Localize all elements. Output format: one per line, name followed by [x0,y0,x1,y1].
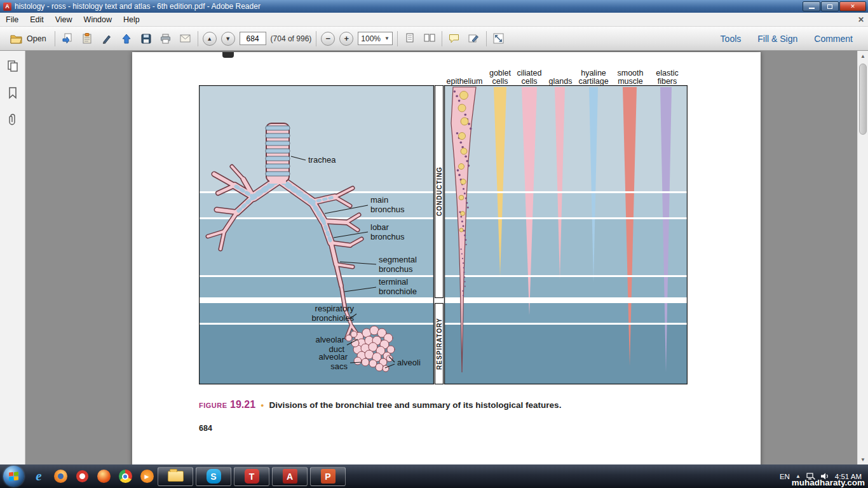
header-goblet-cells: goblet cells [489,69,511,87]
toolbar-separator [316,31,316,46]
zoom-level-select[interactable]: 100% ▼ [358,32,393,45]
highlighter-icon [468,34,479,43]
scroll-up-button[interactable]: ▲ [858,51,868,61]
label-main-bronchus-1: main [370,195,388,205]
menu-edit[interactable]: Edit [24,15,50,24]
sign-pen-icon [102,34,112,44]
label-trachea: trachea [308,155,336,165]
close-icon: ✕ [850,3,855,10]
network-icon[interactable] [806,473,815,480]
menubar-close-icon[interactable]: ✕ [858,15,864,24]
printer-icon [160,34,171,44]
minimize-button[interactable] [803,1,820,11]
page-folio-number: 684 [199,424,212,433]
menu-window[interactable]: Window [78,15,118,24]
save-button[interactable] [139,31,154,46]
clipboard-icon [82,33,92,44]
label-respiratory-bronchioles-2: bronchioles [312,313,355,323]
powerpoint-icon: P [321,469,336,484]
next-page-button[interactable]: ▼ [221,32,235,46]
vertical-scrollbar[interactable]: ▲ ▼ [857,51,868,464]
taskbar-item-ie[interactable]: e [28,466,50,487]
menu-view[interactable]: View [50,15,78,24]
caption-bullet: • [259,400,267,410]
fullscreen-button[interactable] [491,31,506,46]
restore-button[interactable] [821,1,839,11]
menu-file[interactable]: File [0,15,24,24]
language-indicator[interactable]: EN [780,473,790,480]
label-main-bronchus-2: bronchus [370,205,405,214]
taskbar-item-adobe-reader[interactable]: A [272,467,308,486]
attachments-paperclip-icon[interactable] [6,113,19,126]
close-button[interactable]: ✕ [839,1,866,11]
taskbar-item-explorer[interactable] [158,467,193,486]
taskbar-item-media-player[interactable]: ▶ [136,466,158,487]
page-up-icon: ▲ [207,36,212,42]
chrome-icon [119,470,132,483]
scrolling-mode-button[interactable] [402,31,417,46]
bookmarks-icon[interactable] [6,86,19,99]
show-hidden-icons-icon[interactable]: ▲ [796,473,801,479]
pdf-page: epithelium goblet cells ciliated cells g… [132,52,761,464]
taskbar-item-skype[interactable]: S [196,467,231,486]
start-button[interactable] [3,466,24,487]
folder-icon [168,471,184,482]
minimize-icon [809,8,815,9]
figure-19-21: trachea main bronchus lobar bronchus seg… [199,85,688,384]
highlight-button[interactable] [466,31,482,46]
toolbar-separator [55,31,55,46]
taskbar-item-powerpoint[interactable]: P [310,467,346,486]
page-thumbnails-icon[interactable] [6,60,19,72]
taskbar-item-firefox[interactable] [50,466,71,487]
header-ciliated-cells: ciliated cells [517,69,542,87]
taskbar-item-chrome[interactable] [114,466,136,487]
volume-icon[interactable] [821,473,829,480]
zoom-in-button[interactable]: + [339,32,353,46]
caption-figure-number: 19.21 [230,399,255,410]
taskbar-item-opera[interactable] [71,466,93,487]
toolbar-separator [442,31,442,46]
tools-button[interactable]: Tools [721,34,742,44]
previous-page-button[interactable]: ▲ [203,32,217,46]
firefox-icon [54,470,67,483]
page-number-input[interactable] [240,32,266,45]
page-fit-button[interactable] [422,31,437,46]
document-viewport[interactable]: epithelium goblet cells ciliated cells g… [25,51,857,464]
titlebar: A histology - ross - histology text and … [0,0,868,13]
save-copy-button[interactable] [60,31,75,46]
toolbar-separator [198,31,198,46]
previous-page-fragment [222,52,234,58]
label-alveolar-sacs-2: sacs [330,362,348,371]
floppy-disk-icon [141,34,151,44]
scroll-down-button[interactable]: ▼ [858,454,868,464]
zoom-out-button[interactable]: − [321,32,335,46]
comment-bubble-icon [449,34,459,43]
internet-explorer-icon: e [36,468,41,484]
windows-logo-icon [9,471,18,480]
clipboard-button[interactable] [79,31,95,46]
menu-help[interactable]: Help [118,15,146,24]
clock[interactable]: 4:51 AM [835,473,862,480]
comment-button[interactable]: Comment [814,34,853,44]
bronchial-tree-figure: trachea main bronchus lobar bronchus seg… [199,85,688,384]
menubar: File Edit View Window Help ✕ [0,13,868,27]
fill-sign-button[interactable]: Fill & Sign [757,34,797,44]
sticky-note-button[interactable] [447,31,462,46]
column-headers: epithelium goblet cells ciliated cells g… [132,65,761,86]
zoom-out-icon: − [326,34,331,43]
taskbar-item-browser[interactable] [93,466,114,487]
chevron-down-icon: ▼ [384,36,390,41]
email-button[interactable] [178,31,193,46]
open-button-label: Open [27,34,46,43]
caption-text: Divisions of the bronchial tree and summ… [269,400,562,410]
right-panel-bands [445,86,687,384]
trachea-tube [266,123,290,184]
sign-pen-button[interactable] [99,31,114,46]
open-button[interactable]: Open [6,32,50,45]
taskbar-item-t-app[interactable]: T [234,467,269,486]
upload-button[interactable] [119,31,134,46]
zoom-in-icon: + [344,34,349,43]
print-button[interactable] [158,31,173,46]
scrollbar-thumb[interactable] [859,64,867,135]
label-alveolar-sacs-1: alveolar [318,352,348,362]
